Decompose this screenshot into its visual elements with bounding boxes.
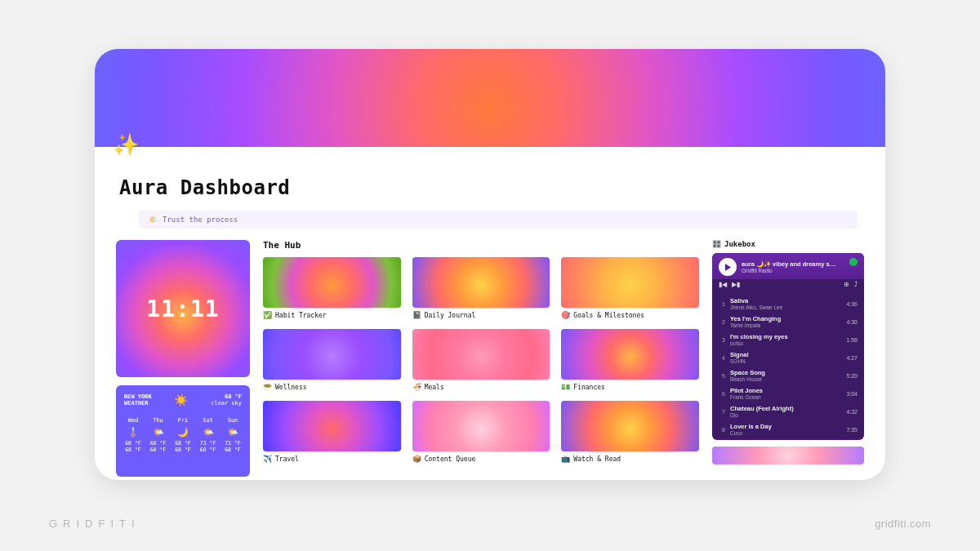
track-name: Yes I'm Changing [730,315,841,322]
track-row[interactable]: 2Yes I'm ChangingTame Impala4:30 [712,313,864,331]
hub-item-label: Finances [573,384,605,391]
track-name: I'm closing my eyes [730,333,841,340]
hub-item-label: Habit Tracker [275,312,327,319]
dashboard-card: ✨ Aura Dashboard 🌤️ Trust the process 11… [95,49,885,480]
track-row[interactable]: 3I'm closing my eyespotsu1:58 [712,331,864,349]
hub-thumbnail [561,329,699,380]
hub-thumbnail [263,329,401,380]
weather-city: NEW YORK [124,393,152,400]
track-duration: 1:58 [846,337,858,343]
hub-item[interactable]: 🎯Goals & Milestones [561,257,699,319]
track-artist: Jhené Aiko, Swae Lee [730,304,841,310]
hub-item[interactable]: 📦Content Queue [412,401,550,463]
track-number: 5 [719,373,725,379]
jukebox-title-text: Jukebox [724,240,755,248]
jukebox-title: 🎛️ Jukebox [712,240,864,248]
prev-track-button[interactable]: ▮◀ [719,281,727,288]
forecast-temps: 68 °F68 °F [150,441,167,454]
hub-item[interactable]: 📺Watch & Read [561,401,699,463]
sun-icon: ☀️ [174,393,188,407]
hub-item-icon: 💵 [561,383,570,391]
weather-widget: NEW YORK WEATHER ☀️ 68 °F clear sky Wed🌡… [116,385,250,477]
brand-wordmark: GRIDFITI [49,518,140,530]
track-row[interactable]: 1SativaJhené Aiko, Swae Lee4:36 [712,295,864,313]
hub-item-label: Goals & Milestones [573,312,644,319]
weather-now-cond: clear sky [211,400,242,407]
hub-item-icon: ✈️ [263,455,272,463]
play-button[interactable] [719,258,737,276]
track-number: 4 [719,355,725,361]
hub-item[interactable]: 💵Finances [561,329,699,391]
track-row[interactable]: 5Space SongBeach House5:20 [712,367,864,384]
track-artist: potsu [730,340,841,346]
hub-item-icon: ✅ [263,311,272,319]
music-icon: 🎛️ [712,240,721,248]
track-artist: Beach House [730,376,841,382]
track-name: Chateau (Feel Alright) [730,405,841,412]
brand-url: gridfiti.com [875,518,931,530]
track-name: Lover Is a Day [730,423,841,430]
clock-time: 11:11 [146,295,219,322]
hub-thumbnail [561,257,699,308]
track-name: Space Song [730,369,841,376]
hub-thumbnail [412,401,550,451]
track-duration: 3:04 [846,391,858,397]
hub-item-icon: 🥗 [263,383,272,391]
track-row[interactable]: 6Pilot JonesFrank Ocean3:04 [712,384,864,402]
track-artist: SOHN [730,358,841,364]
forecast-temps: 73 °F68 °F [200,441,216,454]
motto-banner: 🌤️ Trust the process [139,211,858,229]
share-button[interactable]: ⤴ [854,281,858,288]
hub-item[interactable]: 🥗Wellness [263,329,401,391]
add-button[interactable]: ⊕ [844,281,849,288]
hub-item[interactable]: 🍜Meals [412,329,550,391]
hub-thumbnail [263,401,401,451]
hub-item-icon: 📓 [412,311,421,319]
weather-icon: 🌤️ [153,427,164,438]
track-number: 1 [719,301,725,307]
forecast-day-label: Fri [178,417,189,424]
track-artist: Djo [730,412,841,418]
track-row[interactable]: 8Lover Is a DayCuco7:35 [712,420,864,438]
hub-item-label: Meals [425,384,444,391]
hub-item-label: Daily Journal [425,312,476,319]
mini-gradient [712,447,864,464]
forecast-day: Fri🌙68 °F68 °F [174,417,192,454]
hub-thumbnail [412,257,550,308]
track-row[interactable]: 7Chateau (Feel Alright)Djo4:32 [712,402,864,420]
weather-icon: 🌤️ [203,427,214,438]
track-duration: 4:32 [846,409,858,415]
hub-title: The Hub [263,240,699,251]
hub-item-label: Wellness [275,384,307,391]
hub-item-icon: 🎯 [561,311,570,319]
weather-icon: 🌡️ [127,427,139,438]
hub-item-label: Watch & Read [573,455,621,463]
hub-item[interactable]: ✈️Travel [263,401,401,463]
track-number: 8 [719,427,725,433]
next-track-button[interactable]: ▶▮ [732,281,740,288]
weather-now-temp: 68 °F [211,393,242,400]
forecast-day-label: Wed [128,417,139,424]
music-player[interactable]: aura 🌙✨ vibey and dreamy s… Gridfiti Rad… [712,253,864,440]
sparkles-icon: ✨ [113,132,139,157]
clock-widget: 11:11 [116,240,250,377]
track-duration: 7:35 [846,427,858,433]
track-row[interactable]: 4SignalSOHN4:27 [712,349,864,367]
hub-item-icon: 📺 [561,455,570,463]
track-duration: 5:20 [846,373,858,379]
weather-icon: 🌤️ [227,427,238,438]
track-name: Signal [730,351,841,358]
hub-item-icon: 📦 [412,455,421,463]
playlist-artist: Gridfiti Radio [742,268,835,273]
forecast-temps: 72 °F68 °F [225,441,241,454]
hub-item-icon: 🍜 [412,383,421,391]
track-name: Sativa [730,297,841,304]
spotify-icon [849,258,858,266]
forecast-day: Sat🌤️73 °F68 °F [199,417,217,454]
hub-item-label: Travel [275,455,299,463]
forecast-temps: 68 °F68 °F [175,441,191,454]
hub-item[interactable]: 📓Daily Journal [412,257,550,319]
track-duration: 4:27 [846,355,858,361]
forecast-day-label: Sat [203,417,213,424]
hub-item[interactable]: ✅Habit Tracker [263,257,401,319]
